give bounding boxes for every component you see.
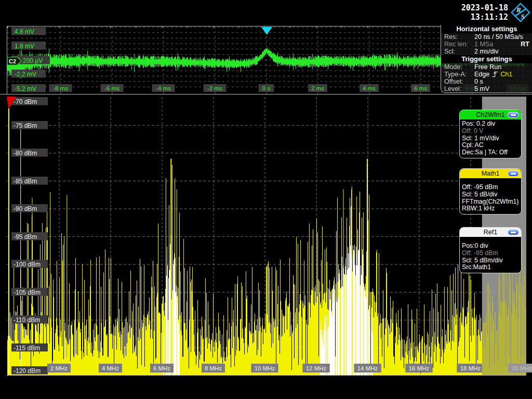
badge-title: Math1	[482, 170, 500, 177]
minimize-button[interactable]	[508, 112, 519, 118]
fft-y-tick: -120 dBm	[14, 367, 41, 375]
badge-row: Off: -95 dBm	[462, 250, 519, 257]
trigger-settings-header[interactable]: Trigger settings	[441, 55, 532, 63]
trigger-level-row[interactable]: Level: 5 mV	[441, 85, 532, 92]
badge-row: RBW:1 kHz	[462, 205, 519, 212]
date-text: 2023-01-18	[461, 3, 508, 12]
res-label: Res:	[444, 33, 474, 41]
badge-row: Cpl: AC	[462, 142, 519, 149]
overview-y-tick: 4.8 mV	[15, 28, 34, 35]
fft-x-tick: 16 MHz	[409, 365, 430, 371]
overview-x-tick: -6 ms	[104, 85, 119, 91]
fft-y-tick: -70 dBm	[14, 98, 37, 105]
overview-y-tick: 1.8 mV	[15, 43, 34, 50]
hscale-row[interactable]: Scl: 2 ms/div	[441, 48, 532, 55]
trigger-mode-row[interactable]: Mode: Free Run	[441, 63, 532, 71]
badge-row: Pos: 0.2 div	[462, 121, 519, 128]
overview-x-tick: 0 s	[262, 85, 271, 91]
trigger-type-row[interactable]: Type-A: EdgeCh1	[441, 71, 532, 78]
fft-y-tick: -75 dBm	[14, 122, 37, 129]
rohde-schwarz-logo: R S	[510, 2, 531, 23]
signal-badge-ch2wfm1[interactable]: Ch2Wfm1Pos: 0.2 divOff: 0 VScl: 1 mV/div…	[459, 110, 522, 158]
resolution-row[interactable]: Res: 20 ns / 50 MSa/s	[441, 33, 532, 41]
oscilloscope-screen: 4.8 mV1.8 mV200 µV-2.2 mV-5.2 mV-8 ms-6 …	[0, 0, 532, 399]
overview-x-tick: -2 ms	[207, 85, 222, 91]
trigger-source-ch1: Ch1	[500, 71, 512, 78]
overview-y-tick: -5.2 mV	[15, 85, 36, 92]
res-value: 20 ns / 50 MSa/s	[474, 33, 530, 41]
minimize-button[interactable]	[508, 229, 519, 235]
hscale-label: Scl:	[444, 48, 474, 55]
fft-x-tick: 2 MHz	[50, 365, 68, 371]
fft-y-tick: -95 dBm	[14, 233, 37, 241]
hscale-value: 2 ms/div	[474, 48, 530, 55]
svg-text:S: S	[521, 12, 525, 20]
trigger-position-marker[interactable]	[261, 27, 272, 35]
badge-row: Off: 0 V	[462, 128, 519, 135]
fft-y-tick: -105 dBm	[14, 289, 41, 296]
badge-title: Ch2Wfm1	[476, 111, 505, 118]
badge-row: Dec:Sa | TA: Off	[462, 149, 519, 156]
overview-y-tick: -2.2 mV	[15, 71, 36, 78]
fft-x-tick: 18 MHz	[460, 365, 481, 371]
badge-header[interactable]: Ref1	[460, 228, 521, 237]
overview-x-tick: -8 ms	[53, 85, 68, 91]
reclen-label: Rec len:	[444, 41, 474, 48]
horizontal-settings-header[interactable]: Horizontal settings	[441, 25, 532, 33]
badge-row: Src:Math1	[462, 264, 519, 271]
realtime-badge: RT	[521, 41, 529, 48]
fft-x-tick: 8 MHz	[205, 365, 222, 371]
fft-x-tick: 6 MHz	[153, 365, 170, 371]
overview-x-tick: 2 ms	[311, 85, 324, 91]
math1-fft-trace	[8, 165, 482, 375]
badge-body: Pos:0 divOff: -95 dBmScl: 5 dBm/divSrc:M…	[460, 237, 521, 273]
time-text: 13:11:12	[461, 12, 508, 22]
fft-y-tick: -100 dBm	[14, 261, 41, 268]
badge-body: Pos: 0.2 divOff: 0 VScl: 1 mV/divCpl: AC…	[460, 119, 521, 158]
minimize-button[interactable]	[508, 170, 519, 177]
badge-row: FFTmag(Ch2Wfm1)	[462, 198, 519, 206]
fft-y-tick: -90 dBm	[14, 205, 37, 212]
badge-row: Off: -95 dBm	[462, 184, 519, 191]
badge-body: Off: -95 dBmScl: 5 dB/divFFTmag(Ch2Wfm1)…	[460, 178, 521, 214]
fft-x-tick: 14 MHz	[357, 365, 378, 371]
badge-row: Scl: 1 mV/div	[462, 135, 519, 142]
badge-title: Ref1	[484, 229, 497, 236]
trigger-offset-row[interactable]: Offset: 0 s	[441, 78, 532, 85]
rising-edge-icon	[491, 71, 499, 77]
badge-row: Pos:0 div	[462, 243, 519, 250]
fft-x-tick: 12 MHz	[306, 365, 327, 371]
c2-level-label: 200 µV	[23, 57, 43, 64]
fft-y-tick: -85 dBm	[14, 178, 37, 185]
svg-text:C2: C2	[9, 58, 16, 64]
record-length-row[interactable]: Rec len: 1 MSa RT	[441, 41, 532, 48]
svg-text:R: R	[516, 6, 521, 14]
badge-header[interactable]: Ch2Wfm1	[460, 110, 521, 119]
overview-x-tick: -4 ms	[156, 85, 171, 91]
overview-x-tick: 4 ms	[363, 85, 376, 91]
fft-y-tick: -115 dBm	[14, 344, 40, 352]
fft-x-tick: 4 MHz	[102, 365, 119, 371]
horizontal-trigger-panel: Horizontal settings Res: 20 ns / 50 MSa/…	[441, 25, 532, 93]
fft-y-tick: -80 dBm	[14, 150, 37, 157]
fft-x-tick-dim: 20 MHz	[512, 365, 532, 371]
badge-row: Scl: 5 dBm/div	[462, 257, 519, 264]
signal-badge-math1[interactable]: Math1Off: -95 dBmScl: 5 dB/divFFTmag(Ch2…	[459, 168, 522, 215]
badge-header[interactable]: Math1	[460, 169, 521, 178]
overview-x-tick: 6 ms	[414, 85, 427, 91]
signal-badge-ref1[interactable]: Ref1Pos:0 divOff: -95 dBmScl: 5 dBm/divS…	[459, 227, 522, 273]
fft-y-tick: -110 dBm	[14, 316, 40, 324]
timestamp: 2023-01-18 13:11:12	[461, 3, 508, 22]
badge-row: Scl: 5 dB/div	[462, 191, 519, 198]
fft-x-tick: 10 MHz	[255, 365, 275, 371]
